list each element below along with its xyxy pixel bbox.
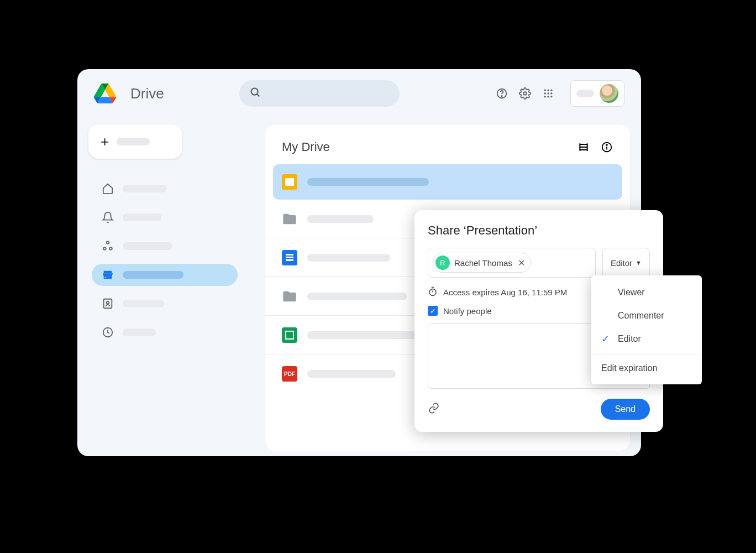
svg-point-7 — [550, 90, 552, 91]
app-title: Drive — [130, 85, 164, 102]
storage-icon — [102, 269, 114, 281]
sidebar-item-shared[interactable] — [92, 235, 238, 257]
svg-point-12 — [547, 96, 549, 97]
drive-logo-icon — [94, 84, 116, 103]
svg-point-4 — [523, 92, 527, 95]
svg-point-16 — [109, 247, 112, 250]
svg-point-11 — [544, 96, 546, 97]
role-option-commenter[interactable]: ✓ Commenter — [591, 304, 702, 327]
home-icon — [102, 182, 114, 195]
chevron-down-icon: ▼ — [636, 259, 642, 266]
notify-checkbox[interactable]: ✓ — [428, 306, 438, 316]
share-dialog-title: Share ‘Presentation’ — [428, 223, 650, 238]
folder-icon — [282, 289, 297, 304]
file-row[interactable] — [273, 164, 622, 200]
role-option-viewer[interactable]: ✓ Viewer — [591, 281, 702, 304]
svg-point-0 — [251, 88, 258, 95]
role-option-label: Editor — [618, 334, 641, 344]
file-name-placeholder — [307, 215, 374, 223]
nav-label-placeholder — [123, 328, 156, 336]
svg-point-8 — [544, 92, 546, 94]
person-chip: R Rachel Thomas ✕ — [433, 253, 531, 273]
nav-label-placeholder — [123, 242, 172, 250]
role-option-label: Commenter — [618, 311, 664, 321]
svg-point-13 — [550, 96, 552, 97]
help-icon[interactable] — [495, 87, 508, 100]
svg-point-9 — [547, 92, 549, 94]
doc-icon — [282, 250, 297, 265]
send-button[interactable]: Send — [601, 399, 650, 420]
nav-label-placeholder — [123, 300, 164, 307]
stopwatch-icon — [428, 286, 438, 298]
sidebar: + — [88, 124, 238, 343]
role-option-editor[interactable]: ✓ Editor — [591, 327, 702, 351]
svg-point-6 — [547, 90, 549, 91]
pdf-icon: PDF — [282, 366, 297, 382]
header: Drive — [77, 69, 641, 118]
copy-link-icon[interactable] — [428, 402, 440, 416]
remove-chip-icon[interactable]: ✕ — [518, 258, 525, 268]
person-avatar: R — [435, 255, 450, 270]
role-selected-label: Editor — [611, 258, 632, 268]
check-icon: ✓ — [601, 333, 611, 345]
clock-icon — [102, 326, 114, 338]
page-title: My Drive — [282, 140, 330, 154]
svg-point-19 — [107, 301, 109, 304]
sheet-icon — [282, 327, 297, 343]
file-name-placeholder — [307, 178, 429, 186]
slides-icon — [282, 174, 297, 190]
file-name-placeholder — [307, 331, 418, 339]
nav-label-placeholder — [123, 185, 167, 192]
role-option-label: Viewer — [618, 288, 645, 298]
notify-label: Notify people — [443, 306, 492, 316]
avatar — [600, 84, 618, 103]
header-actions — [495, 80, 624, 107]
file-name-placeholder — [307, 370, 396, 378]
expiry-text: Access expires Aug 16, 11:59 PM — [443, 288, 567, 297]
view-list-icon[interactable] — [577, 140, 590, 154]
plus-icon: + — [101, 133, 109, 150]
file-name-placeholder — [307, 254, 390, 262]
share-nodes-icon — [102, 240, 114, 252]
nav-label-placeholder — [123, 213, 161, 221]
svg-point-28 — [606, 144, 607, 145]
svg-line-1 — [257, 94, 259, 96]
gear-icon[interactable] — [518, 87, 532, 100]
account-switcher[interactable] — [570, 80, 624, 107]
role-select[interactable]: Editor ▼ — [602, 248, 650, 278]
svg-point-17 — [105, 277, 106, 278]
svg-point-15 — [103, 247, 106, 250]
file-name-placeholder — [307, 293, 407, 300]
role-option-edit-expiration[interactable]: Edit expiration — [591, 358, 702, 379]
person-name: Rachel Thomas — [454, 258, 512, 268]
sidebar-item-activity[interactable] — [92, 206, 238, 228]
new-button-label-placeholder — [117, 138, 150, 145]
info-icon[interactable] — [600, 140, 613, 154]
people-input[interactable]: R Rachel Thomas ✕ — [428, 248, 596, 278]
account-placeholder — [576, 90, 594, 97]
sidebar-item-recent[interactable] — [92, 321, 238, 343]
nav-label-placeholder — [123, 271, 183, 279]
folder-icon — [282, 211, 297, 227]
svg-point-3 — [501, 96, 502, 96]
search-icon — [249, 86, 261, 101]
menu-separator — [591, 354, 702, 354]
svg-point-14 — [107, 241, 109, 244]
bell-icon — [102, 211, 114, 223]
role-option-label: Edit expiration — [601, 363, 657, 373]
apps-icon[interactable] — [542, 87, 555, 100]
sidebar-item-contacts[interactable] — [92, 293, 238, 315]
svg-point-5 — [544, 90, 546, 91]
svg-point-10 — [550, 92, 552, 94]
sidebar-item-storage[interactable] — [92, 264, 238, 286]
sidebar-item-home[interactable] — [92, 178, 238, 200]
search-input[interactable] — [239, 80, 400, 107]
contacts-icon — [102, 298, 114, 310]
role-menu: ✓ Viewer ✓ Commenter ✓ Editor Edit expir… — [591, 275, 702, 384]
new-button[interactable]: + — [88, 124, 182, 159]
